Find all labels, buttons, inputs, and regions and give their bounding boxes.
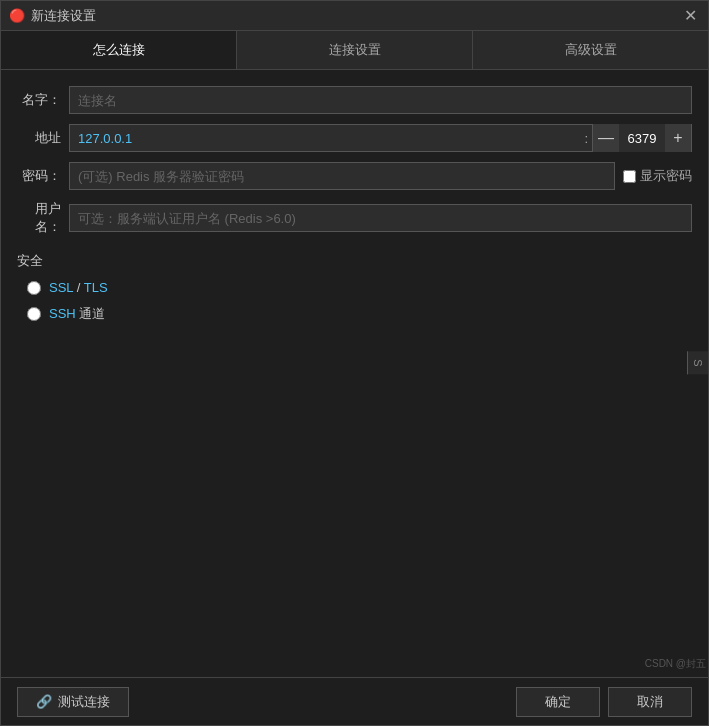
cancel-button[interactable]: 取消 <box>608 687 692 717</box>
address-row: 地址 : — + <box>17 124 692 152</box>
address-label: 地址 <box>17 129 61 147</box>
ssh-tunnel-row: SSH 通道 <box>27 305 692 323</box>
tab-bar: 怎么连接 连接设置 高级设置 <box>1 31 708 70</box>
password-label: 密码： <box>17 167 61 185</box>
show-password-checkbox[interactable] <box>623 170 636 183</box>
watermark: CSDN @封五 <box>645 657 706 671</box>
ssh-tunnel-radio[interactable] <box>27 307 41 321</box>
security-title: 安全 <box>17 252 692 270</box>
footer-right-buttons: 确定 取消 <box>516 687 692 717</box>
titlebar: 🔴 新连接设置 ✕ <box>1 1 708 31</box>
tab-how-to-connect[interactable]: 怎么连接 <box>1 31 237 69</box>
username-label: 用户名： <box>17 200 61 236</box>
footer: 🔗 测试连接 确定 取消 <box>1 677 708 725</box>
tab-advanced-settings[interactable]: 高级设置 <box>473 31 708 69</box>
ssl-tls-radio[interactable] <box>27 281 41 295</box>
form-content: 名字： 地址 : — + 密码： <box>1 70 708 677</box>
password-input[interactable] <box>69 162 615 190</box>
test-connection-button[interactable]: 🔗 测试连接 <box>17 687 129 717</box>
window-title: 新连接设置 <box>31 7 680 25</box>
port-input[interactable] <box>619 124 665 152</box>
address-input[interactable] <box>69 124 580 152</box>
name-input[interactable] <box>69 86 692 114</box>
username-row: 用户名： <box>17 200 692 236</box>
sidebar-tab[interactable]: S <box>687 351 708 374</box>
app-icon: 🔴 <box>9 8 25 24</box>
port-decrement-button[interactable]: — <box>593 124 619 152</box>
show-password-label[interactable]: 显示密码 <box>623 167 692 185</box>
confirm-button[interactable]: 确定 <box>516 687 600 717</box>
name-label: 名字： <box>17 91 61 109</box>
minus-icon: — <box>598 129 614 147</box>
tab-connection-settings[interactable]: 连接设置 <box>237 31 473 69</box>
username-input[interactable] <box>69 204 692 232</box>
ssl-tls-label[interactable]: SSL / TLS <box>49 280 108 295</box>
name-row: 名字： <box>17 86 692 114</box>
main-window: 🔴 新连接设置 ✕ 怎么连接 连接设置 高级设置 名字： 地址 : <box>0 0 709 726</box>
colon-separator: : <box>580 124 592 152</box>
ssh-tunnel-label[interactable]: SSH 通道 <box>49 305 105 323</box>
address-field-group: : — + <box>69 124 692 152</box>
port-increment-button[interactable]: + <box>665 124 691 152</box>
test-connection-icon: 🔗 <box>36 694 52 709</box>
password-row: 密码： 显示密码 <box>17 162 692 190</box>
close-button[interactable]: ✕ <box>680 6 700 26</box>
port-controls: — + <box>592 124 692 152</box>
ssl-tls-row: SSL / TLS <box>27 280 692 295</box>
plus-icon: + <box>673 129 682 147</box>
